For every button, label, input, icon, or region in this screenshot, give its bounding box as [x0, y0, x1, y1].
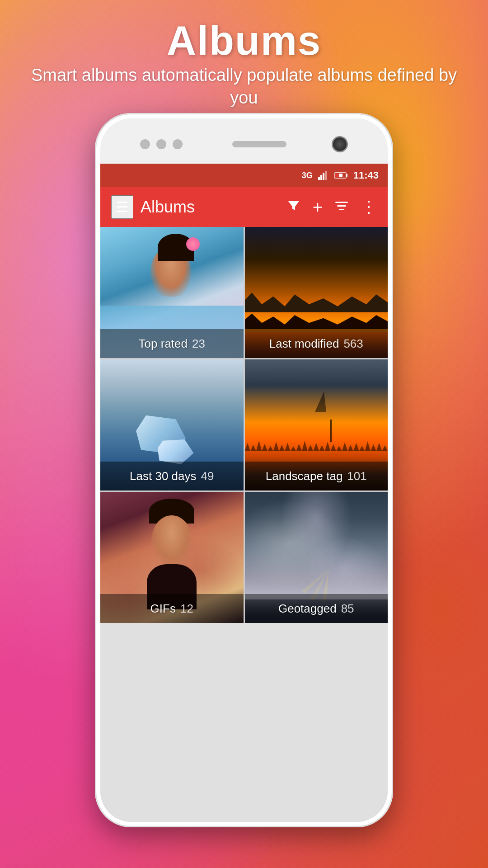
- album-name-top-rated: Top rated: [139, 337, 188, 351]
- phone-screen: 3G 11:43 ☰ Albums: [100, 164, 388, 822]
- speaker-dots: [140, 139, 183, 149]
- svg-rect-10: [339, 209, 344, 210]
- toolbar-title: Albums: [141, 198, 287, 217]
- hamburger-button[interactable]: ☰: [111, 195, 133, 219]
- album-last-30-days[interactable]: Last 30 days 49: [100, 359, 244, 491]
- app-toolbar: ☰ Albums +: [100, 187, 388, 227]
- front-camera: [332, 136, 348, 152]
- dot-2: [156, 139, 166, 149]
- more-button[interactable]: ⋮: [361, 199, 377, 215]
- clock: 11:43: [353, 170, 379, 181]
- promo-subtitle: Smart albums automatically populate albu…: [0, 64, 488, 109]
- promo-title: Albums: [167, 18, 321, 64]
- album-landscape-tag[interactable]: Landscape tag 101: [245, 359, 388, 491]
- album-label-top-rated: Top rated 23: [100, 329, 244, 358]
- svg-rect-9: [337, 205, 346, 207]
- album-count-last-30: 49: [201, 469, 214, 483]
- album-last-modified[interactable]: Last modified 563: [245, 227, 388, 358]
- svg-rect-8: [335, 202, 348, 203]
- dot-3: [173, 139, 183, 149]
- album-label-landscape: Landscape tag 101: [245, 462, 388, 491]
- svg-rect-3: [325, 171, 327, 180]
- speaker-slot: [232, 141, 286, 147]
- dot-1: [140, 139, 150, 149]
- svg-rect-5: [346, 174, 347, 177]
- album-name-geotagged: Geotagged: [278, 602, 337, 616]
- phone-inner: 3G 11:43 ☰ Albums: [100, 118, 388, 822]
- signal-icon: [318, 171, 329, 180]
- promo-header: Albums Smart albums automatically popula…: [0, 0, 488, 127]
- album-count-gifs: 12: [180, 602, 193, 616]
- network-indicator: 3G: [302, 171, 313, 180]
- album-count-landscape: 101: [347, 469, 366, 483]
- rocks-decoration: [245, 292, 388, 312]
- filter-button[interactable]: [287, 199, 300, 215]
- battery-icon: [334, 172, 348, 179]
- svg-rect-0: [318, 177, 320, 180]
- album-label-last-30: Last 30 days 49: [100, 462, 244, 491]
- toolbar-actions: + ⋮: [287, 198, 377, 216]
- album-name-last-30: Last 30 days: [130, 469, 196, 483]
- album-gifs[interactable]: GIFs 12: [100, 492, 244, 623]
- album-count-top-rated: 23: [192, 337, 205, 351]
- album-label-gifs: GIFs 12: [100, 594, 244, 623]
- album-name-landscape: Landscape tag: [266, 469, 343, 483]
- svg-rect-2: [323, 173, 324, 180]
- svg-rect-7: [335, 174, 339, 177]
- sort-button[interactable]: [335, 199, 348, 215]
- album-top-rated[interactable]: Top rated 23: [100, 227, 244, 358]
- phone-frame: 3G 11:43 ☰ Albums: [95, 113, 393, 827]
- album-name-last-modified: Last modified: [269, 337, 339, 351]
- album-count-geotagged: 85: [341, 602, 354, 616]
- album-label-last-modified: Last modified 563: [245, 329, 388, 358]
- album-name-gifs: GIFs: [150, 602, 176, 616]
- album-label-geotagged: Geotagged 85: [245, 594, 388, 623]
- album-geotagged[interactable]: Geotagged 85: [245, 492, 388, 623]
- albums-grid: Top rated 23 Last modified 563: [100, 227, 388, 623]
- phone-hardware-bar: [131, 133, 357, 156]
- status-bar: 3G 11:43: [100, 164, 388, 187]
- album-count-last-modified: 563: [343, 337, 363, 351]
- add-button[interactable]: +: [313, 198, 323, 216]
- svg-rect-1: [320, 175, 322, 180]
